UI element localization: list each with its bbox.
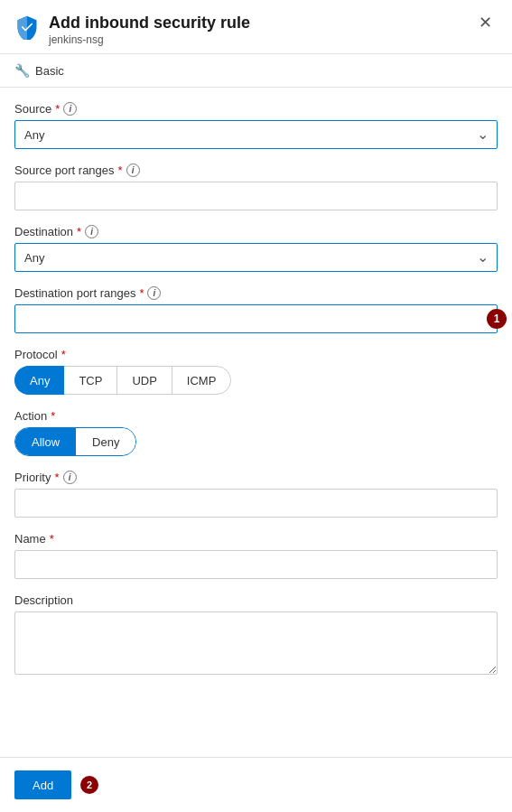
destination-group: Destination * i Any IP Addresses Service… [14, 225, 498, 272]
dest-port-required: * [139, 286, 144, 300]
panel-title: Add inbound security rule [49, 13, 250, 33]
destination-label: Destination * i [14, 225, 498, 238]
header-title-area: Add inbound security rule jenkins-nsg [49, 13, 250, 46]
protocol-any-button[interactable]: Any [14, 366, 64, 395]
action-toggle-group: Allow Deny [14, 427, 136, 456]
destination-select-wrapper: Any IP Addresses Service Tag Application… [14, 243, 498, 272]
destination-required: * [77, 225, 81, 238]
source-port-input[interactable]: * [14, 182, 498, 210]
description-label: Description [14, 593, 498, 607]
source-select-wrapper: Any IP Addresses Service Tag Application… [14, 120, 498, 149]
port-badge: 1 [487, 309, 507, 329]
source-port-info-icon[interactable]: i [126, 163, 140, 177]
protocol-label: Protocol * [14, 348, 498, 361]
action-allow-button[interactable]: Allow [15, 428, 76, 455]
dest-port-group: Destination port ranges * i 8080 1 [14, 286, 498, 333]
source-group: Source * i Any IP Addresses Service Tag … [14, 102, 498, 149]
source-port-group: Source port ranges * i * [14, 163, 498, 210]
action-deny-button[interactable]: Deny [76, 428, 135, 455]
panel-subtitle: jenkins-nsg [49, 33, 250, 46]
source-port-required: * [118, 163, 123, 177]
priority-required: * [54, 471, 59, 484]
protocol-group: Protocol * Any TCP UDP ICMP [14, 348, 498, 395]
action-group: Action * Allow Deny [14, 409, 498, 456]
description-group: Description [14, 593, 498, 677]
priority-label: Priority * i [14, 471, 498, 484]
protocol-required: * [61, 348, 66, 361]
form-body: Source * i Any IP Addresses Service Tag … [0, 88, 512, 677]
wrench-icon: 🔧 [14, 63, 30, 78]
priority-group: Priority * i 120 [14, 471, 498, 518]
dest-port-wrapper: 8080 1 [14, 304, 498, 333]
destination-info-icon[interactable]: i [85, 225, 98, 238]
panel-footer: Add 2 [0, 757, 512, 812]
source-required: * [55, 102, 60, 116]
protocol-icmp-button[interactable]: ICMP [172, 366, 232, 395]
destination-select[interactable]: Any IP Addresses Service Tag Application… [14, 243, 498, 272]
close-button[interactable]: ✕ [473, 13, 498, 33]
dest-port-input[interactable]: 8080 [14, 304, 498, 333]
priority-input[interactable]: 120 [14, 489, 498, 518]
source-select[interactable]: Any IP Addresses Service Tag Application… [14, 120, 498, 149]
action-required: * [51, 409, 55, 423]
source-label: Source * i [14, 102, 498, 116]
name-group: Name * Port_8080 [14, 532, 498, 579]
shield-icon [14, 14, 40, 40]
description-textarea[interactable] [14, 611, 498, 675]
header-left: Add inbound security rule jenkins-nsg [14, 13, 250, 46]
source-info-icon[interactable]: i [63, 102, 77, 116]
name-required: * [50, 532, 54, 546]
add-badge: 2 [80, 776, 98, 794]
source-port-label: Source port ranges * i [14, 163, 498, 177]
dest-port-label: Destination port ranges * i [14, 286, 498, 300]
dest-port-info-icon[interactable]: i [147, 286, 161, 300]
priority-info-icon[interactable]: i [63, 471, 77, 484]
protocol-udp-button[interactable]: UDP [116, 366, 171, 395]
action-label: Action * [14, 409, 498, 423]
protocol-toggle-group: Any TCP UDP ICMP [14, 366, 498, 395]
basic-label: Basic [35, 64, 64, 78]
name-input[interactable]: Port_8080 [14, 550, 498, 579]
panel-header: Add inbound security rule jenkins-nsg ✕ [0, 0, 512, 54]
protocol-tcp-button[interactable]: TCP [64, 366, 116, 395]
add-button[interactable]: Add [14, 770, 71, 799]
basic-section: 🔧 Basic [0, 54, 512, 88]
name-label: Name * [14, 532, 498, 546]
